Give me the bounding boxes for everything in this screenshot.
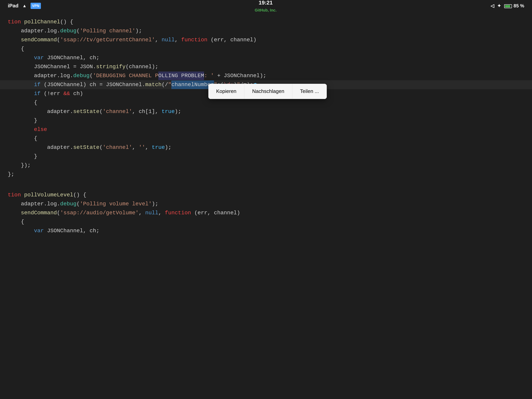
context-menu-teilen[interactable]: Teilen ... (292, 84, 327, 99)
status-bar-left: iPad ▲ VPN (8, 2, 41, 10)
code-line-fn2-header: tion pollVolumeLevel() { (0, 191, 532, 200)
time-display: 19:21 (259, 0, 273, 7)
battery-label: 85 % (504, 2, 524, 10)
device-label: iPad (8, 2, 19, 10)
selected-text-channel-number: channelNumber (171, 80, 214, 89)
code-line-sendcommand-vol: sendCommand('ssap://audio/getVolume', nu… (0, 208, 532, 217)
code-line-debug-channel: adapter.log.debug('DEBUGGING CHANNEL POL… (0, 71, 532, 80)
code-container: tion pollChannel() { adapter.log.debug('… (0, 12, 532, 241)
code-line-open3: { (0, 134, 532, 143)
battery-fill (505, 5, 510, 7)
vpn-badge: VPN (31, 3, 41, 9)
code-line-var: var JSONChannel, ch; (0, 53, 532, 62)
code-line-else: else (0, 125, 532, 134)
status-bar-right: ◁ ✦ 85 % (491, 2, 524, 10)
status-bar-center: 19:21 GitHub, Inc. (255, 0, 277, 13)
code-line-var-vol: var JSONChannel, ch; (0, 226, 532, 235)
code-line-close-func: }); (0, 161, 532, 170)
code-line-adapter-debug: adapter.log.debug('Polling channel'); (0, 26, 532, 35)
bluetooth-icon: ✦ (497, 2, 501, 10)
code-line-fn1-header: tion pollChannel() { (0, 18, 532, 26)
code-line-open1: { (0, 45, 532, 53)
section-gap (0, 179, 532, 191)
context-menu: Kopieren Nachschlagen Teilen ... (208, 84, 327, 99)
code-line-close-outer: }; (0, 170, 532, 179)
battery-body (504, 4, 512, 8)
signal-icon: ◁ (491, 2, 494, 10)
code-line-adapter-debug-vol: adapter.log.debug('Polling volume level'… (0, 200, 532, 208)
wifi-icon: ▲ (22, 2, 27, 9)
context-menu-nachschlagen[interactable]: Nachschlagen (244, 84, 292, 99)
code-line-sendcommand: sendCommand('ssap://tv/getCurrentChannel… (0, 35, 532, 45)
code-line-setstate2: adapter.setState('channel', '', true); (0, 143, 532, 152)
code-line-open-vol: { (0, 217, 532, 226)
code-line-json-assign: JSONChannel = JSON.stringify(channel); (0, 62, 532, 71)
context-menu-kopieren[interactable]: Kopieren (208, 84, 244, 99)
code-line-setstate1: adapter.setState('channel', ch[1], true)… (0, 107, 532, 116)
code-line-open2: { (0, 98, 532, 107)
status-bar: iPad ▲ VPN 19:21 GitHub, Inc. ◁ ✦ 85 % (0, 0, 532, 12)
code-line-close2: } (0, 116, 532, 125)
code-line-close3: } (0, 152, 532, 161)
